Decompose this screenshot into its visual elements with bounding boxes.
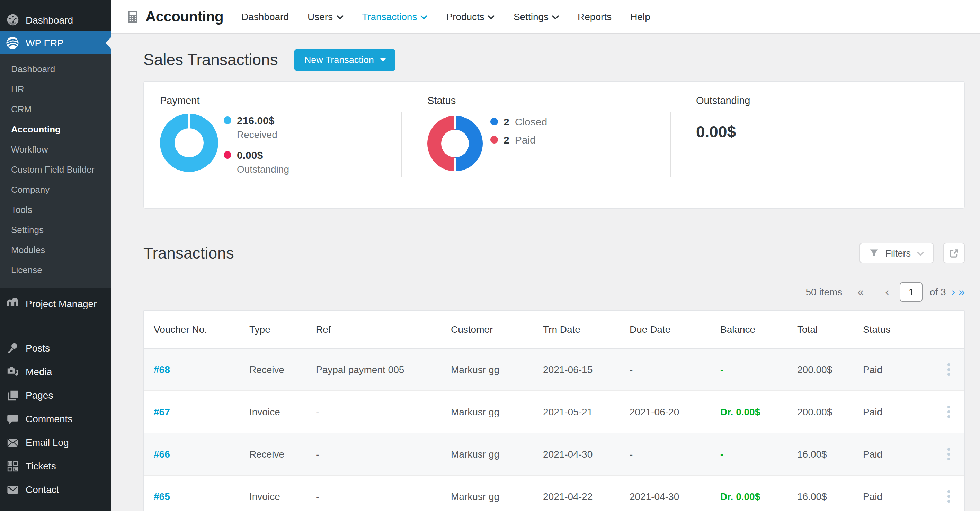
table-row: #67Invoice-Markusr gg2021-05-212021-06-2… (144, 390, 964, 433)
sidebar-item-media[interactable]: Media (0, 360, 111, 383)
page-number-input[interactable] (900, 282, 923, 302)
prev-page-button[interactable]: ‹ (885, 286, 889, 297)
nav-item-settings[interactable]: Settings (514, 11, 559, 22)
cell-voucher[interactable]: #65 (154, 491, 249, 502)
nav-item-label: Users (307, 11, 333, 22)
chevron-down-icon (336, 14, 343, 21)
transactions-table: Voucher No.TypeRefCustomerTrn DateDue Da… (143, 310, 965, 511)
table-body: #68ReceivePaypal payment 005Markusr gg20… (144, 349, 964, 511)
sidebar-item-dashboard[interactable]: Dashboard (0, 8, 111, 31)
nav-item-transactions[interactable]: Transactions (362, 11, 427, 22)
calculator-icon (126, 10, 139, 24)
nav-item-users[interactable]: Users (307, 11, 343, 22)
export-button[interactable] (943, 243, 965, 263)
wp-admin-menu: PostsMediaPagesCommentsEmail LogTicketsC… (0, 336, 111, 501)
cell-type: Invoice (249, 491, 316, 502)
items-count: 50 items (806, 286, 843, 297)
column-header-total: Total (797, 324, 863, 335)
status-donut-chart (427, 116, 483, 171)
nav-item-dashboard[interactable]: Dashboard (241, 11, 289, 22)
nav-item-products[interactable]: Products (446, 11, 495, 22)
erp-submenu: DashboardHRCRMAccountingWorkflowCustom F… (0, 54, 111, 288)
outstanding-card: Outstanding 0.00$ (671, 82, 964, 208)
topbar: Accounting DashboardUsersTransactionsPro… (111, 0, 980, 34)
status-card-title: Status (427, 95, 671, 106)
outstanding-card-title: Outstanding (696, 95, 964, 106)
row-actions-menu[interactable] (945, 445, 953, 463)
nav-item-reports[interactable]: Reports (578, 11, 611, 22)
sidebar-item-posts[interactable]: Posts (0, 336, 111, 360)
transactions-title: Transactions (143, 244, 234, 262)
cell-type: Receive (249, 364, 316, 375)
nav-item-help[interactable]: Help (630, 11, 650, 22)
sidebar-item-pages[interactable]: Pages (0, 383, 111, 407)
chevron-down-icon (917, 250, 924, 257)
submenu-item-custom-field-builder[interactable]: Custom Field Builder (0, 160, 111, 180)
cell-trn-date: 2021-04-22 (543, 491, 630, 502)
top-nav: DashboardUsersTransactionsProductsSettin… (241, 11, 650, 22)
cell-total: 200.00$ (797, 364, 863, 375)
sidebar-item-label: Pages (25, 390, 53, 401)
cell-voucher[interactable]: #66 (154, 449, 249, 460)
new-transaction-button[interactable]: New Transaction (295, 49, 396, 70)
email-log-icon (6, 436, 19, 449)
page-count: of 3 (930, 286, 946, 297)
sidebar-item-label: WP ERP (25, 37, 64, 48)
row-actions-menu[interactable] (945, 487, 953, 506)
sidebar-item-label: Media (25, 366, 52, 377)
next-page-button[interactable]: › (951, 286, 955, 297)
cell-balance: - (720, 364, 797, 375)
column-header-voucher-no: Voucher No. (154, 324, 249, 335)
received-label: Received (237, 129, 277, 140)
cell-status: Paid (863, 449, 934, 460)
sidebar-item-comments[interactable]: Comments (0, 407, 111, 431)
pages-icon (6, 388, 19, 402)
row-actions-menu[interactable] (945, 361, 953, 379)
submenu-item-modules[interactable]: Modules (0, 240, 111, 260)
first-page-button[interactable]: « (858, 286, 864, 297)
submenu-item-accounting[interactable]: Accounting (0, 119, 111, 139)
wp-erp-logo-icon (6, 36, 19, 50)
cell-trn-date: 2021-06-15 (543, 364, 630, 375)
sidebar-item-project-manager[interactable]: Project Manager (0, 292, 111, 316)
outstanding-amount: 0.00$ (237, 149, 289, 161)
submenu-item-dashboard[interactable]: Dashboard (0, 59, 111, 79)
cell-due-date: 2021-04-30 (630, 491, 720, 502)
outstanding-dot-icon (224, 151, 231, 159)
cell-balance: Dr. 0.00$ (720, 491, 797, 502)
column-header-trn-date: Trn Date (543, 324, 630, 335)
app-title: Accounting (145, 8, 223, 25)
cell-customer: Markusr gg (451, 406, 543, 417)
chevron-down-icon (488, 14, 495, 21)
sidebar-item-wp-erp[interactable]: WP ERP (0, 31, 111, 54)
cell-customer: Markusr gg (451, 491, 543, 502)
sidebar-item-email-log[interactable]: Email Log (0, 431, 111, 454)
last-page-button[interactable]: » (959, 286, 965, 297)
cell-ref: - (316, 449, 451, 460)
submenu-item-license[interactable]: License (0, 260, 111, 280)
submenu-item-tools[interactable]: Tools (0, 200, 111, 220)
submenu-item-workflow[interactable]: Workflow (0, 139, 111, 160)
row-actions-menu[interactable] (945, 403, 953, 421)
cell-voucher[interactable]: #68 (154, 364, 249, 375)
submenu-item-hr[interactable]: HR (0, 79, 111, 99)
submenu-item-crm[interactable]: CRM (0, 99, 111, 119)
submenu-item-settings[interactable]: Settings (0, 220, 111, 240)
cell-voucher[interactable]: #67 (154, 406, 249, 417)
sidebar-item-label: Comments (25, 413, 72, 424)
table-header-row: Voucher No.TypeRefCustomerTrn DateDue Da… (144, 311, 964, 349)
export-icon (947, 246, 961, 260)
column-header-type: Type (249, 324, 316, 335)
nav-item-label: Reports (578, 11, 611, 22)
cell-status: Paid (863, 491, 934, 502)
submenu-item-company[interactable]: Company (0, 180, 111, 200)
paid-dot-icon (490, 136, 498, 144)
sidebar-item-contact[interactable]: Contact (0, 478, 111, 501)
new-transaction-label: New Transaction (304, 54, 374, 65)
media-icon (6, 365, 19, 378)
sidebar-item-tickets[interactable]: Tickets (0, 454, 111, 478)
cell-due-date: - (630, 449, 720, 460)
pin-icon (6, 341, 19, 355)
filters-button[interactable]: Filters (860, 243, 934, 263)
nav-item-label: Help (630, 11, 650, 22)
